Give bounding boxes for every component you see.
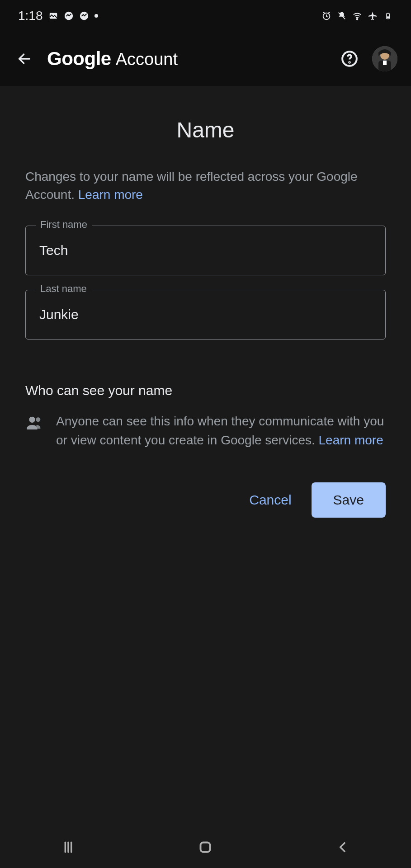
status-time: 1:18 — [18, 9, 43, 23]
last-name-input[interactable] — [26, 290, 385, 339]
svg-point-15 — [29, 417, 35, 423]
messenger-icon — [79, 11, 89, 21]
save-button[interactable]: Save — [312, 482, 386, 518]
svg-rect-7 — [387, 13, 389, 13]
mute-icon — [337, 11, 347, 21]
nav-back-button[interactable] — [335, 840, 350, 856]
page-subtitle-learn-more-link[interactable]: Learn more — [78, 188, 143, 202]
last-name-field[interactable]: Last name — [25, 290, 386, 340]
alarm-icon — [321, 11, 331, 21]
svg-rect-20 — [201, 842, 210, 852]
visibility-body: Anyone can see this info when they commu… — [56, 412, 386, 450]
svg-point-10 — [349, 62, 350, 63]
home-icon — [197, 839, 213, 855]
first-name-input[interactable] — [26, 226, 385, 275]
airplane-mode-icon — [368, 11, 378, 21]
page-subtitle-text: Changes to your name will be reflected a… — [25, 170, 358, 202]
avatar — [372, 46, 397, 71]
svg-rect-6 — [387, 16, 389, 18]
android-status-bar: 1:18 — [0, 0, 411, 32]
first-name-field[interactable]: First name — [25, 226, 386, 275]
recents-icon — [61, 840, 76, 854]
back-button[interactable] — [14, 48, 35, 70]
last-name-label: Last name — [36, 283, 91, 295]
brand-google-text: Google — [47, 48, 111, 70]
brand-account-text: Account — [116, 50, 178, 69]
nav-recents-button[interactable] — [61, 840, 76, 856]
first-name-label: First name — [36, 219, 92, 231]
people-icon — [25, 414, 43, 432]
wifi-icon — [352, 11, 362, 21]
more-notifications-dot-icon — [94, 14, 98, 18]
nav-back-icon — [335, 840, 350, 854]
battery-icon — [383, 11, 393, 21]
help-icon — [341, 50, 358, 67]
nav-home-button[interactable] — [197, 839, 213, 857]
page-title: Name — [25, 118, 386, 142]
svg-rect-14 — [383, 61, 387, 65]
profile-button[interactable] — [372, 46, 397, 71]
visibility-learn-more-link[interactable]: Learn more — [319, 433, 383, 447]
svg-point-4 — [357, 19, 358, 20]
messenger-icon — [64, 11, 74, 21]
help-button[interactable] — [339, 48, 360, 70]
cancel-button[interactable]: Cancel — [241, 486, 299, 514]
svg-point-16 — [36, 417, 40, 422]
android-nav-bar — [0, 827, 411, 868]
visibility-heading: Who can see your name — [25, 383, 386, 398]
app-header: Google Account — [0, 32, 411, 86]
arrow-left-icon — [17, 51, 32, 66]
page-subtitle: Changes to your name will be reflected a… — [25, 168, 386, 204]
image-icon — [48, 11, 58, 21]
